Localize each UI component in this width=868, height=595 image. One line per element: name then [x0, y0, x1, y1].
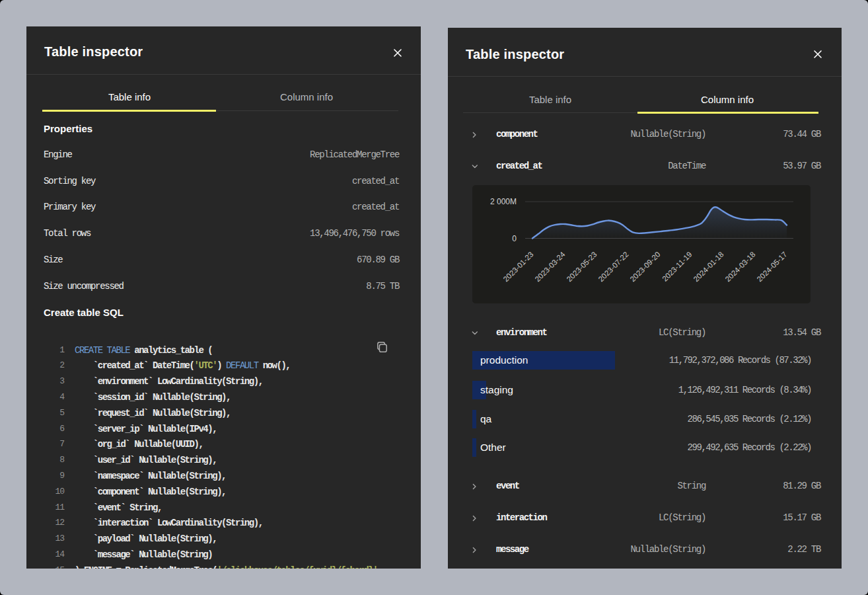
svg-text:2 000M: 2 000M — [490, 197, 517, 206]
svg-text:0: 0 — [512, 234, 517, 243]
